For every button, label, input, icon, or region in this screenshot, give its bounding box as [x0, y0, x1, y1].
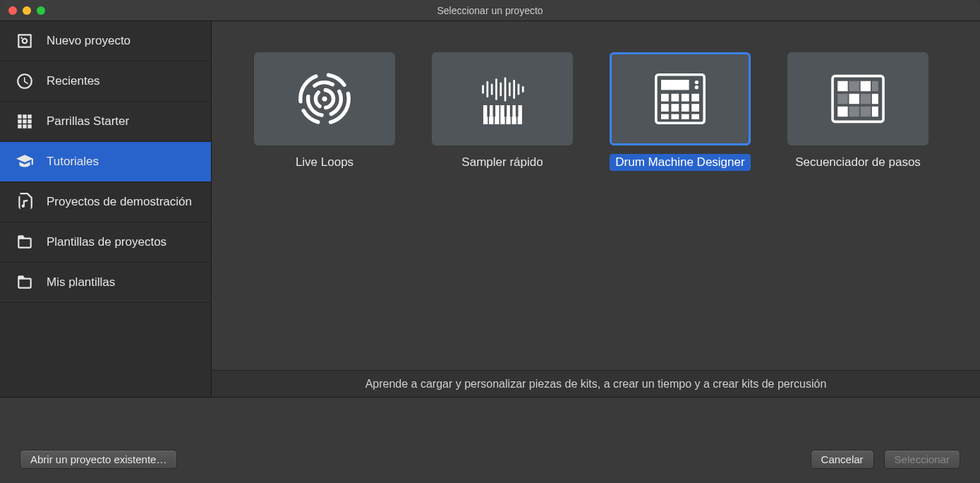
footer: Abrir un proyecto existente… Cancelar Se…	[0, 397, 980, 483]
svg-rect-32	[682, 94, 689, 102]
hdd-icon	[16, 32, 34, 50]
project-chooser-window: Seleccionar un proyecto Nuevo proyecto R…	[0, 0, 980, 483]
svg-rect-37	[691, 104, 699, 112]
sidebar-item-demo-projects[interactable]: Proyectos de demostración	[0, 182, 211, 222]
template-quick-sampler[interactable]: Sampler rápido	[432, 52, 573, 171]
svg-rect-46	[872, 81, 878, 91]
svg-rect-40	[682, 114, 689, 119]
open-existing-project-button[interactable]: Abrir un proyecto existente…	[20, 450, 177, 469]
graduation-cap-icon	[16, 153, 34, 171]
sidebar-item-label: Mis plantillas	[47, 275, 115, 290]
svg-rect-33	[691, 94, 699, 102]
quick-sampler-thumb	[432, 52, 573, 145]
zoom-window-button[interactable]	[37, 6, 45, 15]
close-window-button[interactable]	[8, 6, 17, 15]
template-label: Sampler rápido	[456, 154, 548, 171]
svg-rect-27	[661, 80, 689, 90]
template-label: Drum Machine Designer	[610, 154, 750, 171]
svg-rect-15	[489, 105, 493, 124]
svg-rect-21	[487, 105, 490, 117]
select-button[interactable]: Seleccionar	[884, 450, 960, 469]
svg-rect-53	[861, 107, 871, 117]
svg-rect-45	[861, 81, 871, 91]
live-loops-icon	[293, 67, 356, 131]
svg-rect-47	[837, 94, 847, 104]
svg-rect-18	[506, 105, 510, 124]
window-controls	[0, 6, 45, 15]
svg-rect-39	[671, 114, 679, 119]
sidebar-item-tutorials[interactable]: Tutoriales	[0, 142, 211, 182]
minimize-window-button[interactable]	[23, 6, 31, 15]
template-label: Live Loops	[290, 154, 359, 171]
svg-rect-20	[518, 105, 522, 124]
svg-rect-38	[661, 114, 669, 119]
sidebar-item-starter-grids[interactable]: Parrillas Starter	[0, 102, 211, 142]
svg-rect-52	[849, 107, 859, 117]
sidebar: Nuevo proyecto Recientes Parrillas Start…	[0, 21, 212, 397]
sidebar-item-recents[interactable]: Recientes	[0, 61, 211, 102]
template-label: Secuenciador de pasos	[790, 154, 926, 171]
sidebar-item-label: Tutoriales	[47, 155, 99, 169]
sidebar-item-project-templates[interactable]: Plantillas de proyectos	[0, 222, 211, 263]
cancel-button[interactable]: Cancelar	[811, 450, 874, 469]
svg-rect-54	[872, 107, 878, 117]
main-panel: Live Loops	[212, 21, 980, 397]
svg-rect-43	[837, 81, 847, 91]
folder-icon	[16, 273, 34, 292]
svg-rect-41	[691, 114, 699, 119]
svg-rect-11	[513, 80, 515, 99]
svg-point-29	[695, 85, 698, 89]
sidebar-item-new-project[interactable]: Nuevo proyecto	[0, 21, 211, 61]
template-description: Aprende a cargar y personalizar piezas d…	[212, 370, 980, 397]
svg-rect-34	[661, 104, 669, 112]
template-drum-machine-designer[interactable]: Drum Machine Designer	[610, 52, 751, 171]
sidebar-item-label: Recientes	[47, 74, 100, 88]
sidebar-item-my-templates[interactable]: Mis plantillas	[0, 263, 211, 303]
step-sequencer-thumb	[787, 52, 928, 145]
svg-rect-5	[487, 81, 489, 97]
svg-rect-30	[661, 94, 669, 102]
window-body: Nuevo proyecto Recientes Parrillas Start…	[0, 21, 980, 397]
window-title: Seleccionar un proyecto	[437, 5, 543, 16]
svg-rect-50	[872, 94, 878, 104]
drum-machine-icon	[648, 67, 712, 131]
folder-icon	[16, 233, 34, 251]
footer-right: Cancelar Seleccionar	[811, 450, 960, 469]
svg-rect-44	[849, 81, 859, 91]
svg-rect-19	[512, 105, 516, 124]
template-step-sequencer[interactable]: Secuenciador de pasos	[787, 52, 928, 171]
step-sequencer-icon	[826, 67, 890, 131]
clock-icon	[16, 72, 34, 90]
svg-rect-4	[482, 85, 484, 94]
svg-rect-17	[500, 105, 504, 124]
svg-rect-22	[493, 105, 496, 117]
svg-rect-25	[516, 105, 519, 117]
svg-rect-24	[510, 105, 513, 117]
svg-rect-7	[495, 78, 497, 100]
svg-rect-36	[682, 104, 689, 112]
svg-rect-9	[504, 77, 507, 101]
drum-machine-thumb	[610, 52, 751, 145]
template-grid: Live Loops	[212, 21, 980, 370]
svg-rect-16	[495, 105, 499, 124]
template-live-loops[interactable]: Live Loops	[254, 52, 395, 171]
sidebar-item-label: Parrillas Starter	[47, 114, 129, 129]
sidebar-item-label: Proyectos de demostración	[47, 195, 192, 209]
svg-rect-13	[522, 86, 524, 93]
svg-rect-12	[518, 83, 520, 95]
svg-point-28	[695, 80, 698, 84]
live-loops-thumb	[254, 52, 395, 145]
svg-rect-51	[837, 107, 847, 117]
svg-rect-48	[849, 94, 859, 104]
svg-rect-31	[671, 94, 679, 102]
svg-point-3	[322, 96, 327, 101]
svg-rect-23	[504, 105, 507, 117]
sidebar-item-label: Nuevo proyecto	[47, 34, 131, 48]
svg-rect-49	[861, 94, 871, 104]
svg-rect-6	[491, 83, 493, 95]
svg-rect-8	[500, 83, 502, 97]
music-doc-icon	[16, 193, 34, 211]
svg-rect-14	[483, 105, 488, 124]
sidebar-item-label: Plantillas de proyectos	[47, 235, 167, 249]
titlebar: Seleccionar un proyecto	[0, 0, 980, 21]
